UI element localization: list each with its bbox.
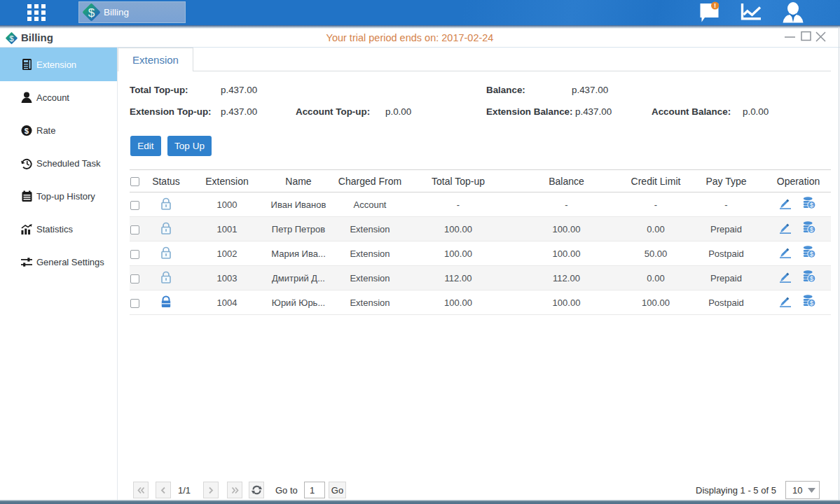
svg-text:$: $ xyxy=(88,6,95,20)
svg-text:$: $ xyxy=(810,250,814,258)
svg-text:$: $ xyxy=(810,299,814,307)
svg-text:$: $ xyxy=(810,201,814,209)
svg-text:$: $ xyxy=(810,274,814,282)
svg-text:$: $ xyxy=(25,127,29,135)
svg-text:$: $ xyxy=(810,225,814,233)
svg-text:!: ! xyxy=(714,1,716,9)
